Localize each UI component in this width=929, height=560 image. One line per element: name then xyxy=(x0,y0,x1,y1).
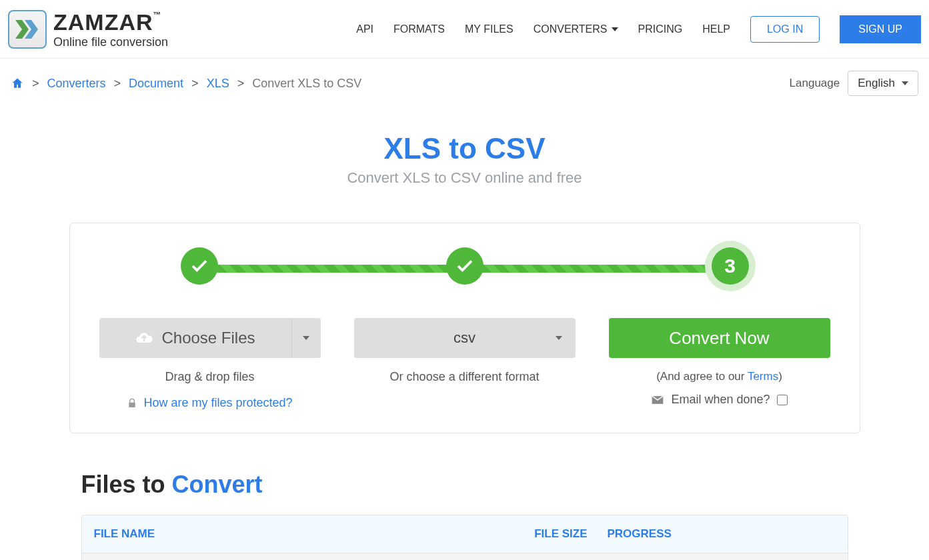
email-when-done-label: Email when done? xyxy=(671,393,770,407)
terms-link[interactable]: Terms xyxy=(748,370,778,383)
terms-agree: (And agree to our Terms) xyxy=(656,370,782,383)
breadcrumb-sep: > xyxy=(191,77,199,91)
chevron-down-icon xyxy=(556,336,562,340)
col-filename: FILE NAME xyxy=(94,527,521,541)
home-icon[interactable] xyxy=(11,77,24,90)
page-title: XLS to CSV xyxy=(0,132,929,165)
nav-api[interactable]: API xyxy=(356,23,373,35)
files-protected-hint: How are my files protected? xyxy=(127,396,292,410)
choose-files-column: Choose Files Drag & drop files How are m… xyxy=(99,318,321,410)
language-label: Language xyxy=(790,77,840,90)
format-select[interactable]: csv xyxy=(354,318,576,358)
logo[interactable]: ZAMZAR™ Online file conversion xyxy=(8,10,168,49)
format-value: csv xyxy=(453,329,476,347)
breadcrumb-sep: > xyxy=(114,77,121,91)
language-value: English xyxy=(858,77,895,90)
breadcrumb-xls[interactable]: XLS xyxy=(207,77,229,91)
choose-files-button[interactable]: Choose Files xyxy=(99,318,291,358)
mail-icon xyxy=(651,393,664,407)
step-indicator: 3 xyxy=(199,247,730,294)
brand-tagline: Online file conversion xyxy=(53,36,168,48)
main-nav: API FORMATS MY FILES CONVERTERS PRICING … xyxy=(356,15,921,43)
step-3: 3 xyxy=(712,247,749,285)
nav-converters-label: CONVERTERS xyxy=(534,23,608,35)
convert-column: Convert Now (And agree to our Terms) Ema… xyxy=(609,318,830,410)
nav-help[interactable]: HELP xyxy=(702,23,730,35)
hero: XLS to CSV Convert XLS to CSV online and… xyxy=(0,132,929,187)
email-when-done[interactable]: Email when done? xyxy=(651,393,787,407)
step-1 xyxy=(181,247,218,285)
cloud-upload-icon xyxy=(135,329,153,347)
format-column: csv Or choose a different format xyxy=(354,318,576,410)
files-section-t2: Convert xyxy=(172,471,263,498)
login-button[interactable]: LOG IN xyxy=(750,16,820,43)
terms-post: ) xyxy=(778,370,782,383)
nav-formats[interactable]: FORMATS xyxy=(393,23,445,35)
choose-files-group: Choose Files xyxy=(99,318,321,358)
choose-files-label: Choose Files xyxy=(161,329,255,347)
col-actions xyxy=(809,527,836,541)
lock-icon xyxy=(127,398,137,409)
logo-mark-icon xyxy=(8,10,47,49)
terms-pre: (And agree to our xyxy=(656,370,748,383)
breadcrumb-row: > Converters > Document > XLS > Convert … xyxy=(0,59,929,100)
breadcrumb-sep: > xyxy=(237,77,245,91)
svg-marker-0 xyxy=(15,20,29,39)
brand-name: ZAMZAR™ xyxy=(53,11,168,33)
drag-drop-hint: Drag & drop files xyxy=(165,370,254,384)
converter-card: 3 Choose Files Drag & drop files How are… xyxy=(69,223,860,433)
nav-myfiles[interactable]: MY FILES xyxy=(465,23,514,35)
chevron-down-icon xyxy=(902,81,908,85)
breadcrumb-current: Convert XLS to CSV xyxy=(252,77,361,91)
nav-pricing[interactable]: PRICING xyxy=(638,23,683,35)
step-2 xyxy=(446,247,484,285)
breadcrumb-sep: > xyxy=(32,77,39,91)
signup-button[interactable]: SIGN UP xyxy=(840,15,921,43)
converter-columns: Choose Files Drag & drop files How are m… xyxy=(99,318,830,410)
breadcrumb-converters[interactable]: Converters xyxy=(47,77,106,91)
files-protected-link[interactable]: How are my files protected? xyxy=(143,396,292,409)
breadcrumb-document[interactable]: Document xyxy=(129,77,183,91)
breadcrumb: > Converters > Document > XLS > Convert … xyxy=(11,77,361,91)
files-table-head: FILE NAME FILE SIZE PROGRESS xyxy=(82,515,848,553)
files-section-title: Files to Convert xyxy=(81,471,848,499)
chevron-down-icon xyxy=(612,27,618,31)
chevron-down-icon xyxy=(303,336,309,340)
col-filesize: FILE SIZE xyxy=(521,527,588,541)
col-progress: PROGRESS xyxy=(588,527,809,541)
nav-converters[interactable]: CONVERTERS xyxy=(534,23,618,35)
files-section-t1: Files to xyxy=(81,471,172,498)
language-select[interactable]: English xyxy=(848,71,918,96)
header: ZAMZAR™ Online file conversion API FORMA… xyxy=(0,0,929,59)
email-when-done-checkbox[interactable] xyxy=(777,395,788,405)
format-hint: Or choose a different format xyxy=(390,370,540,384)
page-subtitle: Convert XLS to CSV online and free xyxy=(0,169,929,187)
language-picker: Language English xyxy=(790,71,918,96)
logo-text: ZAMZAR™ Online file conversion xyxy=(53,11,168,48)
choose-files-dropdown[interactable] xyxy=(291,318,321,358)
table-row: student information.xlsx 10.22 KB Pendin… xyxy=(82,553,848,560)
convert-now-button[interactable]: Convert Now xyxy=(609,318,830,358)
files-table: FILE NAME FILE SIZE PROGRESS student inf… xyxy=(81,515,848,560)
